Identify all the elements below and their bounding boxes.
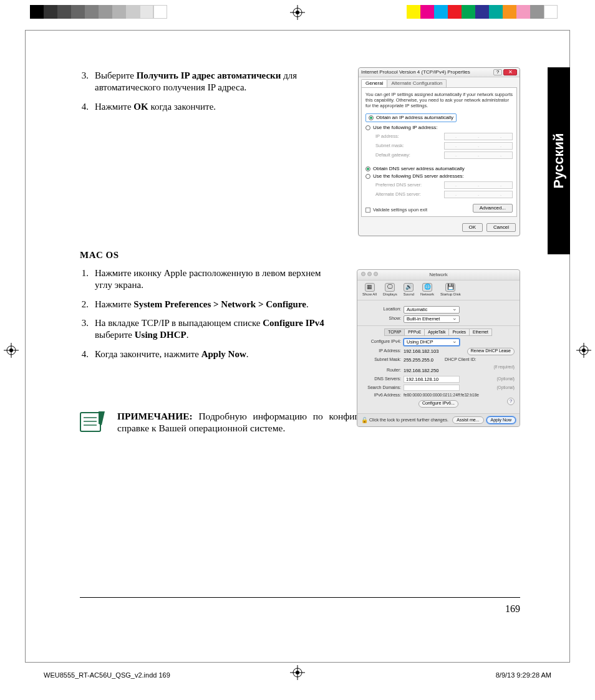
text-bold: Получить IP адрес автоматически	[137, 70, 281, 80]
windows-tcpip-dialog: Internet Protocol Version 4 (TCP/IPv4) P…	[358, 67, 520, 236]
alternate-dns-input[interactable]: ...	[444, 191, 513, 198]
tab-appletalk[interactable]: AppleTalk	[424, 328, 449, 336]
tab-proxies[interactable]: Proxies	[448, 328, 470, 336]
print-color-bar-left	[30, 5, 167, 19]
page-content: 3. Выберите Получить IP адрес автоматиче…	[80, 67, 520, 638]
slug-file: WEU8555_RT-AC56U_QSG_v2.indd 169	[44, 671, 170, 679]
tab-tcpip[interactable]: TCP/IP	[384, 328, 405, 336]
checkbox-label: Validate settings upon exit	[373, 207, 427, 213]
list-item: 2. Нажмите System Preferences > Network …	[80, 299, 326, 310]
gateway-input[interactable]: ...	[444, 151, 513, 159]
cancel-button[interactable]: Cancel	[486, 223, 516, 232]
text-bold: OK	[133, 102, 148, 112]
dialog-tabs: General Alternate Configuration	[359, 77, 520, 87]
text: Нажмите	[95, 299, 133, 309]
preferred-dns-input[interactable]: ...	[444, 181, 513, 189]
renew-lease-button[interactable]: Renew DHCP Lease	[467, 348, 515, 355]
select-value: Using DHCP	[407, 339, 433, 345]
field-label: Alternate DNS server:	[375, 191, 421, 197]
text: На вкладке TCP/IP в выпадающем списке	[95, 318, 263, 328]
field-label: IP address:	[375, 133, 399, 139]
protocol-tabs: TCP/IP PPPoE AppleTalk Proxies Ethernet	[362, 328, 515, 336]
dialog-body: You can get IP settings assigned automat…	[361, 87, 517, 217]
radio-use-ip[interactable]: Use the following IP address:	[365, 125, 513, 131]
field-label: Preferred DNS server:	[375, 182, 422, 188]
assist-button[interactable]: Assist me...	[452, 416, 483, 424]
subnet-input[interactable]: ...	[444, 142, 513, 150]
ok-button[interactable]: OK	[462, 223, 483, 232]
list-number: 4.	[80, 101, 95, 113]
list-body: Нажмите System Preferences > Network > C…	[95, 299, 326, 310]
advanced-button[interactable]: Advanced...	[473, 204, 513, 213]
help-button[interactable]: ?	[493, 69, 502, 75]
location-select[interactable]: Automatic	[404, 306, 460, 314]
dialog-body: Location:Automatic Show:Built-in Etherne…	[357, 300, 520, 413]
tab-ethernet[interactable]: Ethernet	[469, 328, 492, 336]
dialog-titlebar: Internet Protocol Version 4 (TCP/IPv4) P…	[359, 68, 520, 77]
ip-address-input[interactable]: ...	[444, 133, 513, 140]
toolbar-network[interactable]: 🌐Network	[420, 283, 434, 297]
macos-heading: MAC OS	[80, 249, 520, 261]
list-body: Нажмите иконку Apple расположенную в лев…	[95, 267, 326, 291]
dialog-titlebar: Network	[357, 270, 520, 280]
toolbar-label: Network	[420, 292, 434, 297]
select-value: Automatic	[407, 307, 427, 312]
mac-network-dialog: Network ▦Show All 🖵Displays 🔊Sound 🌐Netw…	[357, 269, 520, 427]
language-label: Русский	[551, 133, 567, 189]
radio-use-dns[interactable]: Use the following DNS server addresses:	[365, 173, 513, 180]
apply-now-button[interactable]: Apply Now	[486, 416, 516, 424]
hint-text: (Optional)	[496, 385, 515, 390]
radio-obtain-dns-auto[interactable]: Obtain DNS server address automatically	[365, 166, 513, 172]
list-item: 3. Выберите Получить IP адрес автоматиче…	[80, 70, 326, 93]
field-label: Show:	[362, 316, 401, 322]
lock-icon: 🔓	[361, 417, 367, 423]
dialog-footer: 🔓Click the lock to prevent further chang…	[357, 413, 520, 427]
field-label: IPv6 Address:	[362, 393, 401, 398]
note-icon	[80, 410, 106, 433]
lock-text: Click the lock to prevent further change…	[369, 418, 448, 423]
toolbar: ▦Show All 🖵Displays 🔊Sound 🌐Network 💾Sta…	[357, 280, 520, 300]
radio-obtain-ip-auto[interactable]: Obtain an IP address automatically	[365, 113, 457, 122]
macos-steps: 1. Нажмите иконку Apple расположенную в …	[80, 267, 326, 360]
list-number: 1.	[80, 267, 95, 291]
slug-datetime: 8/9/13 9:29:28 AM	[496, 671, 551, 679]
tab-pppoe[interactable]: PPPoE	[404, 328, 425, 336]
text: когда закончите.	[148, 102, 216, 112]
text-bold: Apply Now	[201, 349, 246, 359]
search-domains-input[interactable]	[404, 385, 460, 391]
toolbar-displays[interactable]: 🖵Displays	[383, 283, 397, 297]
list-body: На вкладке TCP/IP в выпадающем списке Co…	[95, 317, 326, 341]
print-color-bar-right	[407, 5, 558, 19]
show-select[interactable]: Built-in Ethernet	[404, 315, 460, 323]
configure-ipv6-button[interactable]: Configure IPv6...	[418, 400, 458, 408]
tab-alternate[interactable]: Alternate Configuration	[387, 79, 447, 87]
tab-general[interactable]: General	[361, 79, 387, 87]
radio-label: Use the following DNS server addresses:	[373, 173, 464, 180]
list-body: Когда закончите, нажмите Apply Now.	[95, 348, 326, 360]
dns-input[interactable]: 192.168.128.10	[404, 376, 460, 383]
text: Нажмите	[95, 102, 133, 112]
dialog-title: Network	[429, 272, 447, 277]
select-value: Built-in Ethernet	[407, 316, 440, 322]
toolbar-label: Show All	[362, 292, 377, 297]
toolbar-showall[interactable]: ▦Show All	[362, 283, 377, 297]
list-number: 3.	[80, 70, 95, 93]
radio-label: Obtain an IP address automatically	[376, 115, 453, 121]
text-bold: Using DHCP	[135, 330, 186, 340]
list-body: Нажмите OK когда закончите.	[95, 101, 326, 113]
language-tab: Русский	[548, 67, 570, 254]
toolbar-sound[interactable]: 🔊Sound	[404, 283, 414, 297]
dialog-title: Internet Protocol Version 4 (TCP/IPv4) P…	[361, 69, 470, 75]
toolbar-startup[interactable]: 💾Startup Disk	[440, 283, 461, 297]
validate-checkbox[interactable]: Validate settings upon exit	[365, 207, 427, 213]
close-button[interactable]: ✕	[503, 69, 517, 75]
field-value: 255.255.255.0	[404, 357, 433, 363]
field-label: Router:	[362, 368, 401, 373]
list-number: 3.	[80, 317, 95, 341]
configure-ipv4-select[interactable]: Using DHCP	[404, 338, 460, 346]
lock-area[interactable]: 🔓Click the lock to prevent further chang…	[361, 417, 448, 423]
toolbar-label: Sound	[404, 292, 414, 297]
ip-fields-group: IP address:... Subnet mask:... Default g…	[365, 133, 513, 159]
field-label: DHCP Client ID:	[445, 357, 476, 363]
toolbar-label: Startup Disk	[440, 292, 461, 297]
